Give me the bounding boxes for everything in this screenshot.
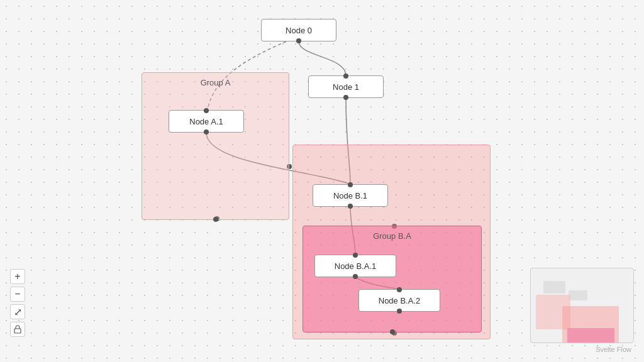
zoom-in-button[interactable]: + <box>10 269 25 284</box>
node-ba1-handle-top[interactable] <box>353 253 358 258</box>
node-b1[interactable]: Node B.1 <box>313 184 388 207</box>
group-a[interactable]: Group A <box>142 72 289 220</box>
lock-icon <box>13 325 22 334</box>
node-ba2-handle-top[interactable] <box>397 287 402 292</box>
node-b1-handle-top[interactable] <box>348 182 353 187</box>
group-ba[interactable]: Group B.A <box>303 226 482 332</box>
node-a1-handle-top[interactable] <box>204 108 209 113</box>
node-a1-handle-bottom[interactable] <box>204 129 209 134</box>
node-1[interactable]: Node 1 <box>308 75 384 98</box>
node-a1[interactable]: Node A.1 <box>169 110 244 133</box>
node-ba2-handle-bottom[interactable] <box>397 309 402 314</box>
mm-node0 <box>543 281 565 293</box>
node-ba1-handle-bottom[interactable] <box>353 274 358 279</box>
node-ba1[interactable]: Node B.A.1 <box>314 255 396 277</box>
node-0-handle-bottom[interactable] <box>296 38 301 43</box>
group-ba-label: Group B.A <box>303 231 481 241</box>
minimap-inner <box>531 268 633 343</box>
mm-node1 <box>569 290 587 300</box>
fit-view-button[interactable]: ⤢ <box>10 304 25 319</box>
group-ba-handle-bottom[interactable] <box>390 329 395 334</box>
node-0[interactable]: Node 0 <box>261 19 336 41</box>
bottom-controls: + − ⤢ <box>10 269 25 337</box>
node-ba2[interactable]: Node B.A.2 <box>358 289 440 312</box>
minimap <box>530 268 634 343</box>
lock-button[interactable] <box>10 322 25 337</box>
mm-group-ba <box>567 328 614 343</box>
node-b1-handle-bottom[interactable] <box>348 204 353 209</box>
node-1-handle-bottom[interactable] <box>343 95 348 100</box>
group-a-label: Group A <box>142 78 289 87</box>
node-1-handle-top[interactable] <box>343 74 348 79</box>
watermark: Svelte Flow <box>596 346 631 353</box>
svg-rect-4 <box>14 329 21 333</box>
zoom-out-button[interactable]: − <box>10 287 25 302</box>
group-a-handle-bottom[interactable] <box>213 217 218 222</box>
